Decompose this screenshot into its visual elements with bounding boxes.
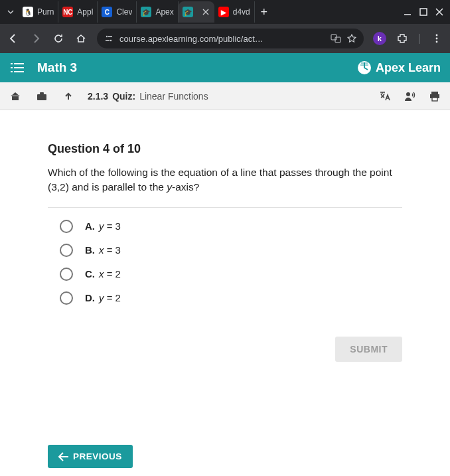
svg-rect-0	[420, 9, 427, 15]
answer-option[interactable]: C. x = 2	[60, 268, 402, 281]
breadcrumb: 2.1.3 Quiz: Linear Functions	[0, 82, 450, 110]
read-aloud-icon[interactable]	[402, 89, 417, 104]
translate-page-icon[interactable]	[377, 89, 392, 104]
radio-icon[interactable]	[60, 244, 73, 257]
apex-brand: Apex Learn	[357, 60, 441, 75]
question-prompt: Which of the following is the equation o…	[48, 165, 402, 195]
browser-tab-active[interactable]: 🎓	[179, 1, 214, 23]
brand-text: Apex Learn	[376, 61, 441, 75]
tab-title: Apex	[155, 7, 173, 17]
radio-icon[interactable]	[60, 268, 73, 281]
radio-icon[interactable]	[60, 291, 73, 305]
radio-icon[interactable]	[60, 220, 73, 233]
answer-option[interactable]: B. x = 3	[60, 244, 402, 257]
tab-favicon: 🎓	[183, 7, 193, 17]
browser-tab[interactable]: C Clev	[98, 1, 137, 23]
extensions-menu-icon[interactable]	[396, 32, 409, 45]
kebab-menu-icon[interactable]	[430, 32, 443, 45]
close-icon[interactable]	[201, 7, 210, 17]
svg-point-8	[436, 38, 438, 40]
address-bar[interactable]: course.apexlearning.com/public/act…	[97, 29, 364, 48]
forward-icon[interactable]	[29, 32, 42, 45]
menu-icon[interactable]	[9, 60, 25, 76]
svg-rect-12	[40, 92, 44, 94]
back-icon[interactable]	[7, 32, 20, 45]
browser-tab[interactable]: NC Appl	[58, 1, 98, 23]
print-icon[interactable]	[427, 89, 442, 104]
extension-icon[interactable]: k	[373, 32, 386, 45]
svg-rect-11	[37, 94, 46, 100]
briefcase-icon[interactable]	[35, 89, 49, 104]
tab-title: Clev	[116, 7, 132, 17]
tab-title: Appl	[77, 7, 93, 17]
new-tab-button[interactable]: +	[255, 3, 273, 21]
previous-button[interactable]: PREVIOUS	[48, 445, 133, 468]
submit-button[interactable]: SUBMIT	[335, 337, 402, 362]
tab-favicon: C	[102, 7, 112, 17]
arrow-left-icon	[58, 452, 69, 461]
tab-favicon: 🎓	[141, 7, 151, 17]
svg-point-3	[110, 40, 112, 41]
svg-point-13	[406, 92, 410, 96]
crumb-number: 2.1.3	[88, 91, 108, 102]
apex-logo-icon	[357, 60, 372, 75]
tab-favicon: 🐧	[23, 7, 33, 17]
answer-option[interactable]: D. y = 2	[60, 291, 402, 305]
divider	[48, 207, 402, 208]
answer-options: A. y = 3 B. x = 3 C. x = 2 D. y = 2	[48, 220, 402, 305]
course-home-icon[interactable]	[8, 89, 23, 104]
question-counter: Question 4 of 10	[48, 142, 402, 156]
bookmark-icon[interactable]	[346, 33, 357, 44]
crumb-kind: Quiz:	[112, 91, 135, 102]
browser-tab[interactable]: 🐧 Purn	[19, 1, 58, 23]
window-close-icon[interactable]	[435, 8, 443, 16]
svg-rect-16	[432, 98, 437, 101]
tab-favicon: ▶	[218, 7, 229, 17]
tab-search-dropdown[interactable]	[3, 4, 19, 20]
svg-point-1	[106, 36, 108, 37]
browser-tab[interactable]: ▶ d4vd	[214, 1, 255, 23]
site-settings-icon[interactable]	[104, 33, 114, 44]
home-icon[interactable]	[74, 32, 88, 45]
browser-toolbar: course.apexlearning.com/public/act… k |	[0, 24, 450, 53]
question-page: Question 4 of 10 Which of the following …	[0, 110, 450, 362]
svg-rect-2	[108, 36, 112, 37]
translate-icon[interactable]	[331, 33, 341, 44]
tab-favicon: NC	[62, 7, 73, 17]
svg-rect-4	[106, 40, 110, 41]
svg-point-9	[436, 41, 438, 43]
apex-header: Math 3 Apex Learn	[0, 53, 450, 82]
crumb-title: Linear Functions	[139, 91, 208, 102]
answer-option[interactable]: A. y = 3	[60, 220, 402, 233]
reload-icon[interactable]	[52, 32, 65, 45]
url-text: course.apexlearning.com/public/act…	[119, 34, 325, 44]
svg-point-7	[436, 35, 438, 37]
minimize-icon[interactable]	[404, 8, 412, 16]
tab-title: d4vd	[233, 7, 250, 17]
maximize-icon[interactable]	[419, 8, 427, 16]
browser-tab[interactable]: 🎓 Apex	[137, 1, 178, 23]
tab-title: Purn	[37, 7, 54, 17]
course-title: Math 3	[37, 60, 77, 75]
up-level-icon[interactable]	[61, 89, 76, 104]
browser-tabstrip: 🐧 Purn NC Appl C Clev 🎓 Apex 🎓 ▶ d4vd +	[0, 0, 450, 24]
svg-rect-14	[431, 92, 438, 94]
